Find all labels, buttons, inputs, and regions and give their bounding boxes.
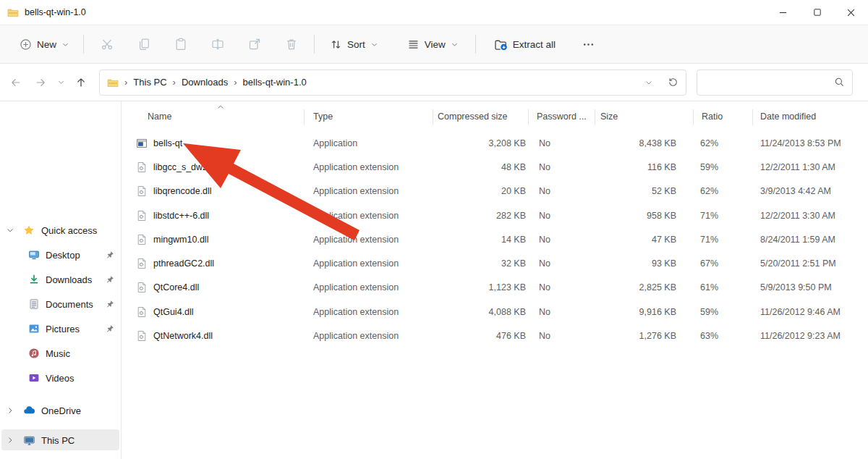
address-dropdown-icon[interactable] <box>644 78 653 87</box>
breadcrumb-this-pc[interactable]: This PC <box>133 77 166 88</box>
search-icon[interactable] <box>834 77 845 88</box>
column-header-type[interactable]: Type <box>313 111 333 122</box>
file-size: 8,438 KB <box>584 138 676 148</box>
delete-button[interactable] <box>273 33 310 55</box>
paste-button[interactable] <box>162 33 199 55</box>
file-size: 116 KB <box>584 162 676 172</box>
breadcrumb-downloads[interactable]: Downloads <box>182 77 228 88</box>
toolbar-divider <box>475 35 476 54</box>
column-separator[interactable] <box>304 109 305 125</box>
chevron-right-icon: › <box>234 77 237 88</box>
rename-button[interactable] <box>199 33 236 55</box>
see-more-button[interactable] <box>575 34 601 55</box>
sidebar-item-quick-access[interactable]: Quick access <box>0 221 122 240</box>
sidebar-item-desktop[interactable]: Desktop <box>0 245 122 264</box>
sort-button[interactable]: Sort <box>323 34 385 55</box>
recent-locations-button[interactable] <box>53 70 69 95</box>
column-separator[interactable] <box>752 109 753 125</box>
documents-icon <box>28 298 40 310</box>
file-name: pthreadGC2.dll <box>153 258 214 269</box>
close-button[interactable] <box>834 0 868 25</box>
file-password: No <box>539 235 550 245</box>
sidebar-item-this-pc[interactable]: This PC <box>0 431 122 450</box>
copy-button[interactable] <box>125 33 162 55</box>
file-row-qtcore4[interactable]: QtCore4.dll Application extension 1,123 … <box>122 276 868 300</box>
address-bar-actions <box>644 77 678 88</box>
column-header-compressed-size[interactable]: Compressed size <box>438 111 508 122</box>
dll-file-icon <box>136 258 148 269</box>
command-toolbar: New Sort View Extract all <box>0 25 868 64</box>
column-separator[interactable] <box>433 109 433 125</box>
file-row-pthreadgc2[interactable]: pthreadGC2.dll Application extension 32 … <box>122 251 868 275</box>
sidebar-item-music[interactable]: Music <box>0 344 122 363</box>
refresh-icon[interactable] <box>668 77 678 88</box>
sidebar-item-onedrive[interactable]: OneDrive <box>0 401 122 420</box>
file-compressed-size: 32 KB <box>429 258 526 269</box>
title-bar: bells-qt-win-1.0 <box>0 0 868 25</box>
sidebar-item-label: Documents <box>46 299 93 310</box>
desktop-icon <box>28 249 40 261</box>
sidebar-item-videos[interactable]: Videos <box>0 369 122 387</box>
chevron-down-icon <box>57 78 65 86</box>
sidebar-item-pictures[interactable]: Pictures <box>0 319 122 338</box>
file-type: Application extension <box>313 282 399 292</box>
file-size: 958 KB <box>584 211 676 221</box>
share-button[interactable] <box>236 33 273 55</box>
file-name: libstdc++-6.dll <box>153 211 209 221</box>
forward-button[interactable] <box>28 70 53 95</box>
extract-all-button[interactable]: Extract all <box>488 33 562 56</box>
breadcrumb-current-folder[interactable]: bells-qt-win-1.0 <box>243 77 307 88</box>
up-arrow-icon <box>75 77 87 88</box>
file-row-qtgui4[interactable]: QtGui4.dll Application extension 4,088 K… <box>122 300 868 324</box>
file-size: 47 KB <box>584 235 676 245</box>
file-row-libgcc[interactable]: libgcc_s_dw2-1.dll Application extension… <box>122 155 868 179</box>
view-button[interactable]: View <box>401 34 465 55</box>
file-date-modified: 11/26/2012 9:46 AM <box>760 307 841 317</box>
window-title: bells-qt-win-1.0 <box>25 7 86 17</box>
search-input[interactable] <box>705 76 834 88</box>
column-header-ratio[interactable]: Ratio <box>702 111 723 122</box>
cut-button[interactable] <box>88 33 125 55</box>
column-header-password[interactable]: Password ... <box>537 111 587 122</box>
file-ratio: 71% <box>700 211 718 221</box>
file-type: Application extension <box>313 211 399 221</box>
column-separator[interactable] <box>528 109 529 125</box>
maximize-button[interactable] <box>800 0 834 25</box>
back-button[interactable] <box>4 70 28 95</box>
chevron-right-icon <box>6 406 14 415</box>
file-row-libqrencode[interactable]: libqrencode.dll Application extension 20… <box>122 180 868 203</box>
star-icon <box>23 224 35 236</box>
file-date-modified: 3/9/2013 4:42 AM <box>760 186 831 196</box>
address-bar[interactable]: › This PC › Downloads › bells-qt-win-1.0 <box>99 70 686 96</box>
column-separator[interactable] <box>595 109 595 125</box>
minimize-button[interactable] <box>766 0 800 25</box>
up-button[interactable] <box>69 70 93 95</box>
file-row-bells-qt[interactable]: bells-qt Application 3,208 KB No 8,438 K… <box>122 131 868 155</box>
sidebar-item-documents[interactable]: Documents <box>0 295 122 313</box>
file-password: No <box>539 307 550 317</box>
pin-icon <box>106 275 114 284</box>
column-separator[interactable] <box>693 109 694 125</box>
file-ratio: 62% <box>700 138 718 148</box>
file-row-libstdc[interactable]: libstdc++-6.dll Application extension 28… <box>122 203 868 227</box>
column-header-size[interactable]: Size <box>600 111 618 122</box>
new-button[interactable]: New <box>13 34 76 55</box>
file-ratio: 63% <box>700 331 718 341</box>
column-header-name[interactable]: Name <box>148 111 171 122</box>
column-header-date-modified[interactable]: Date modified <box>760 111 816 122</box>
file-type: Application extension <box>313 307 399 317</box>
file-date-modified: 12/2/2011 1:30 AM <box>760 162 835 172</box>
file-row-qtnetwork4[interactable]: QtNetwork4.dll Application extension 476… <box>122 324 868 348</box>
sidebar-item-label: Downloads <box>46 274 92 285</box>
file-ratio: 59% <box>700 162 718 172</box>
forward-arrow-icon <box>35 77 46 88</box>
sidebar-item-label: Music <box>46 348 70 359</box>
sidebar-item-label: Quick access <box>41 225 97 236</box>
sidebar-item-label: Pictures <box>46 324 80 334</box>
file-size: 52 KB <box>584 186 676 196</box>
chevron-down-icon <box>370 41 378 49</box>
sidebar-item-downloads[interactable]: Downloads <box>0 270 122 289</box>
file-row-mingwm10[interactable]: mingwm10.dll Application extension 14 KB… <box>122 227 868 251</box>
toolbar-divider <box>314 35 315 54</box>
this-pc-icon <box>23 434 35 447</box>
